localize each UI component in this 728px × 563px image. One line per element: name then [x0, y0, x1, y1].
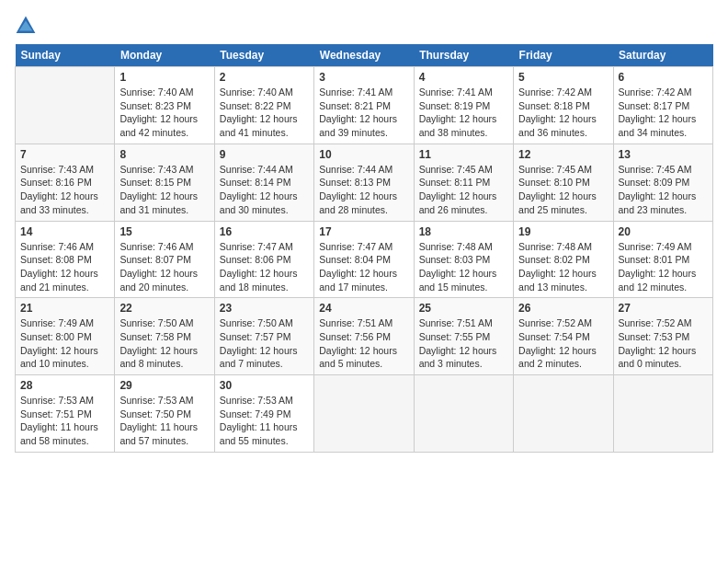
day-number: 19 — [518, 225, 608, 238]
day-cell: 7Sunrise: 7:43 AMSunset: 8:16 PMDaylight… — [16, 144, 115, 221]
header-sunday: Sunday — [16, 44, 115, 67]
day-cell: 20Sunrise: 7:49 AMSunset: 8:01 PMDayligh… — [613, 221, 712, 298]
day-cell — [514, 375, 613, 453]
day-number: 14 — [20, 225, 109, 238]
day-info: Sunrise: 7:45 AMSunset: 8:10 PMDaylight:… — [518, 163, 608, 217]
day-number: 16 — [220, 225, 309, 238]
day-cell: 9Sunrise: 7:44 AMSunset: 8:14 PMDaylight… — [214, 144, 313, 221]
day-info: Sunrise: 7:44 AMSunset: 8:13 PMDaylight:… — [319, 163, 408, 217]
day-info: Sunrise: 7:41 AMSunset: 8:21 PMDaylight:… — [319, 86, 408, 140]
day-cell: 24Sunrise: 7:51 AMSunset: 7:56 PMDayligh… — [314, 298, 414, 375]
day-cell: 14Sunrise: 7:46 AMSunset: 8:08 PMDayligh… — [16, 221, 115, 298]
day-info: Sunrise: 7:43 AMSunset: 8:16 PMDaylight:… — [20, 163, 109, 217]
day-info: Sunrise: 7:46 AMSunset: 8:08 PMDaylight:… — [20, 240, 109, 294]
day-cell — [613, 375, 712, 453]
day-cell: 23Sunrise: 7:50 AMSunset: 7:57 PMDayligh… — [214, 298, 313, 375]
day-cell: 29Sunrise: 7:53 AMSunset: 7:50 PMDayligh… — [115, 375, 214, 453]
day-cell: 22Sunrise: 7:50 AMSunset: 7:58 PMDayligh… — [115, 298, 214, 375]
day-info: Sunrise: 7:43 AMSunset: 8:15 PMDaylight:… — [119, 163, 209, 217]
day-number: 13 — [619, 148, 708, 161]
week-row-3: 14Sunrise: 7:46 AMSunset: 8:08 PMDayligh… — [16, 221, 713, 298]
header-saturday: Saturday — [613, 44, 712, 67]
day-info: Sunrise: 7:45 AMSunset: 8:11 PMDaylight:… — [419, 163, 508, 217]
week-row-2: 7Sunrise: 7:43 AMSunset: 8:16 PMDaylight… — [16, 144, 713, 221]
day-cell: 18Sunrise: 7:48 AMSunset: 8:03 PMDayligh… — [414, 221, 513, 298]
day-cell: 3Sunrise: 7:41 AMSunset: 8:21 PMDaylight… — [314, 67, 414, 144]
header-thursday: Thursday — [414, 44, 513, 67]
day-number: 18 — [419, 225, 508, 238]
day-number: 2 — [220, 71, 309, 84]
day-number: 11 — [419, 148, 508, 161]
day-cell: 10Sunrise: 7:44 AMSunset: 8:13 PMDayligh… — [314, 144, 414, 221]
day-number: 27 — [619, 302, 708, 315]
day-info: Sunrise: 7:42 AMSunset: 8:17 PMDaylight:… — [619, 86, 708, 140]
day-info: Sunrise: 7:44 AMSunset: 8:14 PMDaylight:… — [220, 163, 309, 217]
day-cell: 30Sunrise: 7:53 AMSunset: 7:49 PMDayligh… — [214, 375, 313, 453]
day-cell — [314, 375, 414, 453]
day-info: Sunrise: 7:52 AMSunset: 7:54 PMDaylight:… — [518, 316, 608, 371]
week-row-4: 21Sunrise: 7:49 AMSunset: 8:00 PMDayligh… — [16, 298, 713, 375]
day-cell: 17Sunrise: 7:47 AMSunset: 8:04 PMDayligh… — [314, 221, 414, 298]
page-header — [15, 15, 713, 37]
day-info: Sunrise: 7:48 AMSunset: 8:03 PMDaylight:… — [419, 240, 508, 294]
day-cell: 8Sunrise: 7:43 AMSunset: 8:15 PMDaylight… — [115, 144, 214, 221]
day-info: Sunrise: 7:53 AMSunset: 7:51 PMDaylight:… — [20, 394, 109, 448]
day-number: 25 — [419, 302, 508, 315]
day-cell: 15Sunrise: 7:46 AMSunset: 8:07 PMDayligh… — [115, 221, 214, 298]
day-cell: 13Sunrise: 7:45 AMSunset: 8:09 PMDayligh… — [613, 144, 712, 221]
day-info: Sunrise: 7:52 AMSunset: 7:53 PMDaylight:… — [619, 316, 708, 371]
day-info: Sunrise: 7:53 AMSunset: 7:50 PMDaylight:… — [119, 394, 209, 448]
logo — [15, 15, 40, 37]
day-cell: 28Sunrise: 7:53 AMSunset: 7:51 PMDayligh… — [16, 375, 115, 453]
day-cell: 12Sunrise: 7:45 AMSunset: 8:10 PMDayligh… — [514, 144, 613, 221]
day-number: 4 — [419, 71, 508, 84]
day-number: 28 — [20, 379, 109, 392]
logo-icon — [15, 15, 37, 37]
header-monday: Monday — [115, 44, 214, 67]
day-number: 3 — [319, 71, 408, 84]
day-cell: 19Sunrise: 7:48 AMSunset: 8:02 PMDayligh… — [514, 221, 613, 298]
day-info: Sunrise: 7:42 AMSunset: 8:18 PMDaylight:… — [518, 86, 608, 140]
day-info: Sunrise: 7:40 AMSunset: 8:22 PMDaylight:… — [220, 86, 309, 140]
day-cell: 11Sunrise: 7:45 AMSunset: 8:11 PMDayligh… — [414, 144, 513, 221]
day-cell: 21Sunrise: 7:49 AMSunset: 8:00 PMDayligh… — [16, 298, 115, 375]
day-info: Sunrise: 7:51 AMSunset: 7:55 PMDaylight:… — [419, 316, 508, 371]
day-info: Sunrise: 7:46 AMSunset: 8:07 PMDaylight:… — [119, 240, 209, 294]
day-info: Sunrise: 7:50 AMSunset: 7:57 PMDaylight:… — [220, 316, 309, 371]
week-row-5: 28Sunrise: 7:53 AMSunset: 7:51 PMDayligh… — [16, 375, 713, 453]
day-info: Sunrise: 7:40 AMSunset: 8:23 PMDaylight:… — [119, 86, 209, 140]
header-friday: Friday — [514, 44, 613, 67]
day-info: Sunrise: 7:49 AMSunset: 8:00 PMDaylight:… — [20, 316, 109, 371]
day-info: Sunrise: 7:48 AMSunset: 8:02 PMDaylight:… — [518, 240, 608, 294]
day-cell: 16Sunrise: 7:47 AMSunset: 8:06 PMDayligh… — [214, 221, 313, 298]
day-cell: 25Sunrise: 7:51 AMSunset: 7:55 PMDayligh… — [414, 298, 513, 375]
day-number: 1 — [119, 71, 209, 84]
day-info: Sunrise: 7:50 AMSunset: 7:58 PMDaylight:… — [119, 316, 209, 371]
header-tuesday: Tuesday — [214, 44, 313, 67]
header-wednesday: Wednesday — [314, 44, 414, 67]
day-number: 7 — [20, 148, 109, 161]
day-cell: 1Sunrise: 7:40 AMSunset: 8:23 PMDaylight… — [115, 67, 214, 144]
day-number: 22 — [119, 302, 209, 315]
day-cell: 27Sunrise: 7:52 AMSunset: 7:53 PMDayligh… — [613, 298, 712, 375]
day-cell — [414, 375, 513, 453]
day-number: 30 — [220, 379, 309, 392]
day-cell — [16, 67, 115, 144]
day-cell: 4Sunrise: 7:41 AMSunset: 8:19 PMDaylight… — [414, 67, 513, 144]
day-cell: 26Sunrise: 7:52 AMSunset: 7:54 PMDayligh… — [514, 298, 613, 375]
day-number: 5 — [518, 71, 608, 84]
day-info: Sunrise: 7:41 AMSunset: 8:19 PMDaylight:… — [419, 86, 508, 140]
day-number: 23 — [220, 302, 309, 315]
day-info: Sunrise: 7:47 AMSunset: 8:04 PMDaylight:… — [319, 240, 408, 294]
day-info: Sunrise: 7:47 AMSunset: 8:06 PMDaylight:… — [220, 240, 309, 294]
day-cell: 2Sunrise: 7:40 AMSunset: 8:22 PMDaylight… — [214, 67, 313, 144]
day-info: Sunrise: 7:51 AMSunset: 7:56 PMDaylight:… — [319, 316, 408, 371]
day-cell: 5Sunrise: 7:42 AMSunset: 8:18 PMDaylight… — [514, 67, 613, 144]
day-info: Sunrise: 7:53 AMSunset: 7:49 PMDaylight:… — [220, 394, 309, 448]
day-number: 10 — [319, 148, 408, 161]
day-number: 24 — [319, 302, 408, 315]
day-number: 17 — [319, 225, 408, 238]
day-number: 21 — [20, 302, 109, 315]
day-number: 8 — [119, 148, 209, 161]
day-info: Sunrise: 7:49 AMSunset: 8:01 PMDaylight:… — [619, 240, 708, 294]
